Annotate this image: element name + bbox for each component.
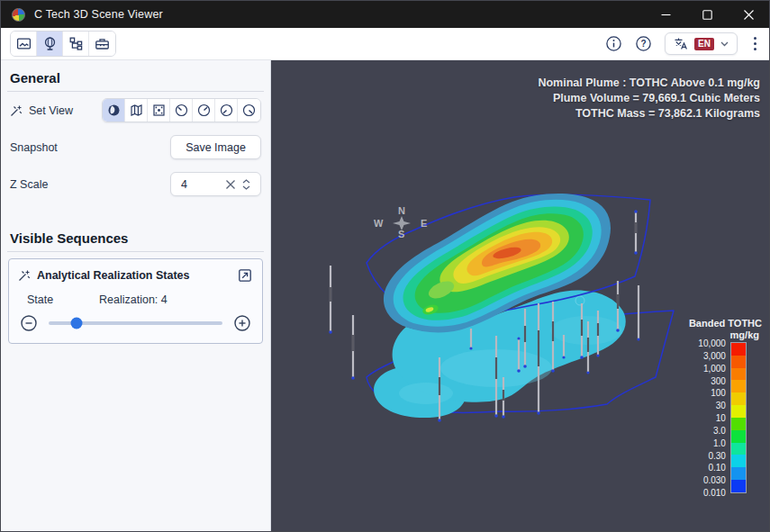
legend-band — [731, 467, 746, 480]
language-selector[interactable]: EN — [665, 32, 738, 55]
legend-band — [731, 356, 746, 368]
translate-icon — [674, 37, 688, 50]
legend-band — [731, 380, 746, 392]
z-scale-input[interactable] — [171, 178, 209, 191]
legend-label: 10,000 — [698, 338, 726, 348]
set-view-button-group — [102, 98, 261, 122]
help-icon: ? — [635, 35, 652, 52]
maximize-icon — [702, 10, 712, 20]
plume-stat-line: Plume Volume = 79,669.1 Cubic Meters — [538, 91, 760, 106]
legend-label: 1.0 — [713, 438, 726, 448]
compass-east-label: E — [421, 218, 427, 229]
legend-band — [731, 405, 746, 418]
legend-labels: 10,0003,0001,00030010030103.01.00.300.10… — [689, 342, 730, 493]
fit-view-icon — [152, 104, 166, 117]
info-icon — [605, 35, 622, 52]
minimize-icon — [661, 10, 671, 20]
toolbar-right: ? EN — [605, 32, 760, 55]
realization-value: Realization: 4 — [99, 293, 168, 306]
toolbox-button[interactable] — [89, 32, 115, 56]
close-icon — [744, 10, 754, 20]
spinner-down-button[interactable] — [242, 185, 250, 190]
legend-label: 3.0 — [713, 426, 726, 436]
mode-button-group — [10, 31, 116, 57]
legend-swatches — [730, 342, 747, 493]
state-row: State Realization: 4 — [18, 293, 253, 306]
chevron-down-icon — [720, 41, 729, 47]
minimize-button[interactable] — [645, 1, 686, 28]
view-fit-button[interactable] — [148, 99, 170, 122]
legend-band — [731, 443, 746, 455]
z-scale-spinner — [242, 179, 250, 190]
view-globe-button[interactable] — [103, 99, 125, 122]
window-title: C Tech 3D Scene Viewer — [34, 8, 163, 21]
legend-label: 10 — [716, 413, 726, 423]
compass-south-label: S — [398, 229, 404, 239]
legend-label: 0.030 — [703, 475, 726, 485]
language-badge: EN — [694, 38, 714, 50]
view-northwest-button[interactable] — [170, 99, 193, 122]
compass-west-label: W — [374, 218, 384, 229]
plume-stat-line: TOTHC Mass = 73,862.1 Kilograms — [538, 106, 760, 122]
state-label: State — [18, 293, 99, 306]
scene-3d-view-button[interactable] — [37, 32, 63, 56]
scene-image-button[interactable] — [11, 32, 37, 56]
divider — [7, 251, 264, 252]
toolbar: ? EN — [1, 28, 769, 60]
image-icon — [16, 36, 32, 51]
section-visible-sequences-title: Visible Sequences — [1, 222, 270, 251]
save-image-button[interactable]: Save Image — [170, 135, 261, 159]
maximize-button[interactable] — [686, 1, 728, 28]
svg-text:?: ? — [641, 39, 647, 49]
spinner-up-button[interactable] — [242, 179, 250, 184]
snapshot-row: Snapshot Save Image — [1, 129, 270, 166]
hierarchy-button[interactable] — [63, 32, 89, 56]
z-scale-label: Z Scale — [10, 178, 48, 191]
plume-stat-line: Nominal Plume : TOTHC Above 0.1 mg/kg — [538, 76, 760, 91]
legend-label: 0.010 — [703, 488, 726, 498]
realization-slider-thumb[interactable] — [70, 318, 82, 329]
dial-northwest-icon — [175, 104, 188, 117]
view-southwest-button[interactable] — [215, 99, 238, 122]
clear-icon[interactable] — [225, 179, 236, 190]
legend-label: 100 — [711, 388, 726, 398]
legend-label: 0.10 — [708, 463, 725, 473]
kebab-icon — [754, 37, 756, 40]
dial-southeast-icon — [242, 104, 256, 117]
close-button[interactable] — [728, 1, 769, 28]
legend-band — [731, 392, 746, 405]
wand-icon — [10, 104, 23, 117]
dial-southwest-icon — [220, 104, 233, 117]
popout-button[interactable] — [237, 267, 253, 284]
view-map-button[interactable] — [125, 99, 148, 122]
help-button[interactable]: ? — [635, 35, 652, 52]
legend-band — [731, 480, 746, 492]
realization-slider[interactable] — [49, 321, 222, 325]
sequence-card-header: Analytical Realization States — [18, 267, 253, 284]
view-southeast-button[interactable] — [238, 99, 260, 122]
set-view-row: Set View — [1, 92, 270, 129]
info-button[interactable] — [605, 35, 622, 52]
legend-label: 0.30 — [708, 451, 725, 461]
increment-button[interactable] — [233, 314, 251, 332]
compass-north-label: N — [398, 205, 405, 216]
menu-kebab-button[interactable] — [750, 37, 760, 50]
legend-label: 30 — [716, 401, 726, 410]
legend-band — [731, 418, 746, 430]
app-window: C Tech 3D Scene Viewer — [0, 0, 770, 532]
set-view-label: Set View — [29, 104, 73, 117]
toolbox-icon — [95, 36, 110, 51]
z-scale-box — [170, 172, 261, 196]
sequence-card-title: Analytical Realization States — [37, 269, 190, 282]
compass-rose: N W S E — [374, 205, 427, 239]
snapshot-label: Snapshot — [10, 141, 58, 154]
realization-slider-row — [18, 314, 253, 332]
titlebar: C Tech 3D Scene Viewer — [1, 1, 769, 28]
scene-viewport: N W S E Nominal Plume : TOTHC Above 0.1 … — [271, 60, 769, 531]
view-northeast-button[interactable] — [193, 99, 215, 122]
sequence-card: Analytical Realization States State Real… — [8, 258, 263, 344]
dial-northeast-icon — [197, 104, 211, 117]
control-panel: General Set View — [1, 60, 271, 531]
wand-icon — [18, 269, 31, 282]
decrement-button[interactable] — [20, 314, 38, 332]
